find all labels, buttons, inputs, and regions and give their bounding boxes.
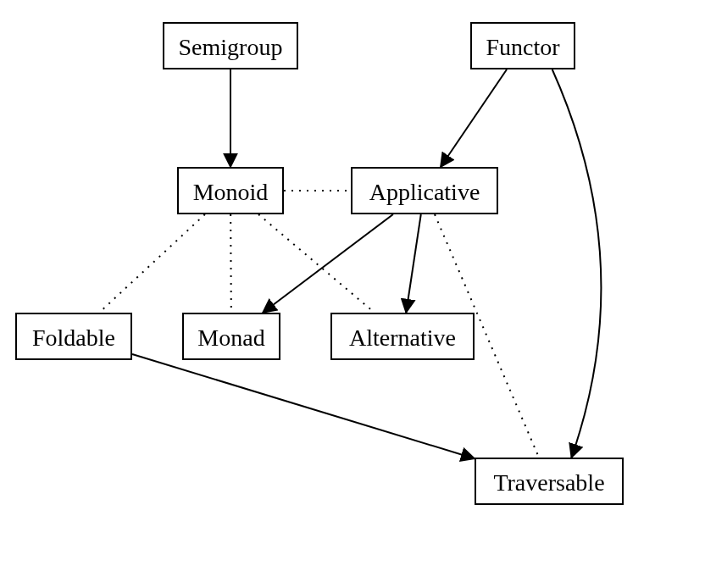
edge-foldable-to-traversable <box>132 354 475 458</box>
node-label: Alternative <box>349 325 456 351</box>
node-label: Traversable <box>493 469 604 496</box>
node-label: Functor <box>486 34 559 60</box>
edge-functor-to-traversable <box>552 69 602 458</box>
node-label: Semigroup <box>179 34 283 60</box>
edge-functor-to-applicative <box>441 69 507 167</box>
node-label: Monad <box>197 325 264 351</box>
edge-applicative-to-monad <box>263 214 393 313</box>
node-monad: Monad <box>182 313 280 360</box>
node-label: Foldable <box>32 325 115 351</box>
node-applicative: Applicative <box>351 167 498 214</box>
edge-monoid-to-foldable <box>99 214 205 313</box>
edge-monoid-to-alternative <box>258 214 375 313</box>
node-functor: Functor <box>470 22 575 69</box>
node-traversable: Traversable <box>475 458 624 505</box>
edge-monoid-to-monad <box>230 214 231 313</box>
edge-applicative-to-alternative <box>406 214 421 313</box>
typeclass-hierarchy-diagram: Semigroup Functor Monoid Applicative Fol… <box>0 0 705 588</box>
node-alternative: Alternative <box>330 313 475 360</box>
node-label: Monoid <box>193 179 269 205</box>
node-semigroup: Semigroup <box>163 22 298 69</box>
node-foldable: Foldable <box>15 313 132 360</box>
node-monoid: Monoid <box>177 167 284 214</box>
node-label: Applicative <box>369 179 480 205</box>
